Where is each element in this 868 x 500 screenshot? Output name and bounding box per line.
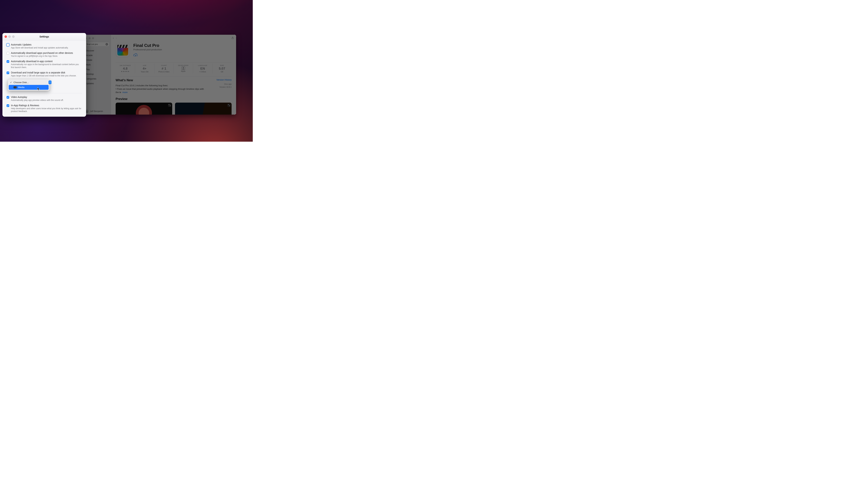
sidebar-item-develop[interactable]: Develop [83, 72, 111, 76]
sidebar-item-create[interactable]: Create [83, 58, 111, 62]
dropdown-item-label: Choose Disk... [13, 81, 29, 84]
stat-language[interactable]: LANGUAGE EN + 6 More [193, 64, 213, 73]
app-header: Final Cut Pro Professional post-producti… [116, 43, 231, 58]
settings-window: Settings Automatic Updates App Store wil… [2, 33, 86, 117]
forward-button[interactable]: › [116, 36, 117, 39]
stat-size[interactable]: SIZE 5.07 GB [213, 64, 232, 73]
back-button[interactable]: ‹ [113, 36, 114, 39]
preview-thumbnail[interactable] [116, 103, 172, 115]
sidebar-item-discover[interactable]: Discover [83, 48, 111, 53]
option-title: Automatically download in-app content [11, 60, 82, 63]
option-title: Video Autoplay [11, 96, 64, 99]
option-large-apps-group: Download and install large apps to a sep… [7, 71, 82, 92]
sidebar-user[interactable]: Jeff Benjamin [85, 109, 103, 113]
minimize-button[interactable] [89, 37, 91, 39]
user-name-label: Jeff Benjamin [90, 110, 103, 113]
dropdown-item-label: Media [18, 86, 24, 89]
app-store-sidebar: Discover Arcade Create Work Play Develop… [83, 35, 111, 115]
developer-icon [182, 67, 185, 70]
settings-titlebar: Settings [2, 33, 86, 41]
version-history-link[interactable]: Version History [216, 79, 231, 81]
dropdown-item-media[interactable]: Media [9, 85, 49, 90]
preview-row [116, 103, 231, 115]
expand-icon[interactable] [168, 104, 171, 107]
option-desc: App Store will download and install app … [11, 46, 68, 49]
option-video-autoplay[interactable]: Video Autoplay Automatically play app pr… [7, 96, 82, 102]
option-download-other-devices[interactable]: Automatically download apps purchased on… [7, 52, 82, 57]
dropdown-item-choose-disk[interactable]: ✓ Choose Disk... [9, 80, 49, 85]
whats-new-line: Final Cut Pro 10.8.1 includes the follow… [116, 84, 207, 87]
checkbox[interactable] [7, 44, 9, 46]
option-desc: Apps larger than 1 GB will download and … [11, 74, 76, 77]
settings-body: Automatic Updates App Store will downloa… [2, 41, 86, 113]
window-controls [4, 35, 14, 38]
stat-age[interactable]: AGE 4+ Years Old [135, 64, 155, 73]
back-forward-controls: ‹ › [113, 36, 117, 39]
app-title: Final Cut Pro [133, 43, 162, 48]
whats-new-heading: What's New [116, 79, 231, 82]
checkmark-icon: ✓ [10, 81, 12, 84]
checkbox[interactable] [7, 52, 9, 55]
zoom-button[interactable] [92, 37, 94, 39]
whats-new-section: What's New Version History 2mo ago Versi… [116, 77, 231, 94]
checkbox[interactable] [7, 60, 9, 63]
checkbox[interactable] [7, 104, 9, 107]
option-inapp-ratings[interactable]: In-App Ratings & Reviews Help developers… [7, 104, 82, 113]
option-desc: Automatically play app preview videos wi… [11, 99, 64, 102]
sidebar-item-arcade[interactable]: Arcade [83, 53, 111, 58]
option-title: Automatically download apps purchased on… [11, 52, 73, 54]
sidebar-item-work[interactable]: Work [83, 62, 111, 67]
zoom-button[interactable] [12, 35, 14, 38]
option-title: In-App Ratings & Reviews [11, 104, 82, 107]
disk-icon [13, 86, 17, 88]
option-download-inapp-content[interactable]: Automatically download in-app content Au… [7, 60, 82, 69]
window-controls [83, 36, 111, 41]
option-title: Automatic Updates [11, 43, 68, 46]
minimize-button[interactable] [8, 35, 11, 38]
option-large-apps-separate-disk[interactable]: Download and install large apps to a sep… [7, 71, 82, 77]
expand-icon[interactable] [227, 104, 230, 107]
option-desc: Help developers and other users know wha… [11, 107, 82, 113]
app-store-main: ‹ › Final Cut Pro Professional post-prod… [111, 35, 236, 115]
stat-developer[interactable]: DEVELOPER Apple [174, 64, 193, 73]
whats-new-line: • Fixes an issue that prevented audio pl… [116, 87, 207, 94]
share-button[interactable] [231, 36, 234, 40]
disk-dropdown[interactable]: ✓ Choose Disk... Media [8, 79, 49, 91]
search-field-wrap [85, 42, 110, 46]
app-store-window: Discover Arcade Create Work Play Develop… [83, 35, 236, 115]
app-stats-row: 24K RATINGS 4.8 ★★★★★ AGE 4+ Years Old C… [116, 62, 231, 73]
desktop-wallpaper: Discover Arcade Create Work Play Develop… [0, 0, 253, 142]
stat-chart[interactable]: CHART # 1 Photo & Video [154, 64, 174, 73]
close-button[interactable] [4, 35, 7, 38]
sidebar-item-updates[interactable]: Updates [83, 81, 111, 86]
app-subtitle: Professional post-production [133, 48, 162, 51]
star-rating-icon: ★★★★★ [116, 70, 135, 72]
stat-ratings[interactable]: 24K RATINGS 4.8 ★★★★★ [116, 64, 135, 73]
preview-thumbnail[interactable] [175, 103, 231, 115]
svg-point-0 [86, 111, 87, 111]
sidebar-nav: Discover Arcade Create Work Play Develop… [83, 48, 111, 86]
preview-heading: Preview [116, 97, 231, 101]
option-desc: You're signed in as jeff@bnjm.org in the… [11, 55, 73, 57]
sidebar-item-categories[interactable]: Categories [83, 76, 111, 81]
option-automatic-updates[interactable]: Automatic Updates App Store will downloa… [7, 43, 82, 49]
clear-search-icon[interactable] [105, 43, 108, 45]
option-title: Download and install large apps to a sep… [11, 71, 76, 74]
download-cloud-button[interactable] [133, 53, 162, 58]
sidebar-item-play[interactable]: Play [83, 67, 111, 72]
more-link[interactable]: more [122, 91, 128, 93]
checkbox[interactable] [7, 71, 9, 74]
option-desc: Automatically run apps in the background… [11, 63, 82, 69]
version-meta: 2mo ago Version 10.8.1 [219, 83, 231, 88]
dropdown-toggle-icon[interactable] [49, 81, 52, 84]
settings-title: Settings [39, 35, 49, 38]
checkbox[interactable] [7, 96, 9, 99]
app-icon [116, 43, 130, 57]
